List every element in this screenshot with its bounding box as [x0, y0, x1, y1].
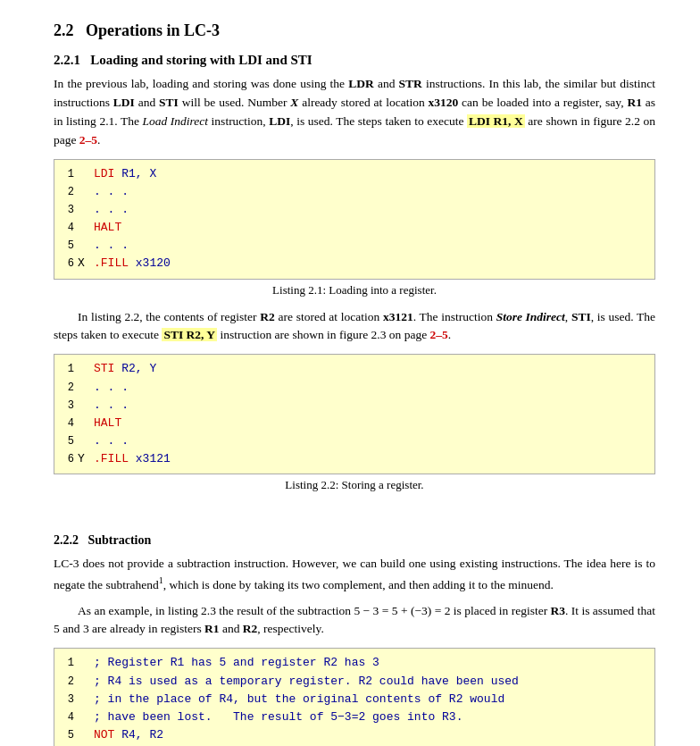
- ldi-kw: LDI: [94, 167, 114, 180]
- code-line-2-6: 6 Y .FILL x3121: [62, 450, 647, 468]
- R1-s2: R1: [204, 622, 220, 635]
- page-ref-2: 2–5: [430, 328, 448, 341]
- section-title: Operations in LC-3: [86, 21, 220, 39]
- store-indirect-text: Store Indirect: [496, 310, 565, 323]
- subsection-1-heading: 2.2.1 Loading and storing with LDI and S…: [54, 53, 655, 68]
- code-line-4: 4 HALT: [62, 219, 647, 237]
- code-line-6: 6 X .FILL x3120: [62, 255, 647, 272]
- LDI-text: LDI: [113, 96, 135, 109]
- subsection-1-title: Loading and storing with LDI and STI: [90, 53, 312, 67]
- listing-2-caption: Listing 2.2: Storing a register.: [54, 478, 655, 492]
- R1-text: R1: [627, 96, 642, 109]
- listing-1-caption: Listing 2.1: Loading into a register.: [54, 283, 655, 298]
- code-line-1: 1 LDI R1, X: [62, 165, 647, 183]
- sti-highlight: STI R2, Y: [162, 328, 217, 341]
- code-line-3: 3 . . .: [62, 201, 647, 219]
- R2-s2: R2: [243, 622, 258, 635]
- R3-text: R3: [551, 604, 566, 617]
- footnote-1: 1: [159, 575, 163, 585]
- listing-1-code: 1 LDI R1, X 2 . . . 3 . . . 4 HALT 5 . .…: [54, 159, 655, 280]
- code-line-5: 5 . . .: [62, 237, 647, 255]
- STI-text: STI: [159, 96, 179, 109]
- code-line-3-4: 4 ; have been lost. The result of 5−3=2 …: [62, 708, 647, 726]
- LDI-text-2: LDI: [269, 114, 290, 128]
- fill-kw-1: .FILL: [94, 256, 129, 270]
- LDR-text: LDR: [348, 77, 374, 90]
- sti-kw: STI: [94, 362, 114, 375]
- code-line-3-3: 3 ; in the place of R4, but the original…: [62, 691, 647, 708]
- halt-kw-2: HALT: [94, 416, 121, 430]
- section-heading: 2.2 Operations in LC-3: [54, 21, 655, 40]
- code-line-2-2: 2 . . .: [62, 379, 647, 397]
- load-indirect-text: Load Indirect: [143, 114, 209, 128]
- subsection-2-title: Subtraction: [88, 533, 152, 547]
- section-number: 2.2: [54, 21, 74, 39]
- halt-kw-1: HALT: [94, 221, 121, 234]
- x3121-text: x3121: [383, 310, 413, 323]
- code-line-2-4: 4 HALT: [62, 415, 647, 432]
- subsection-2-number: 2.2.2: [54, 533, 79, 547]
- fill-kw-2: .FILL: [94, 452, 129, 465]
- code-line-3-1: 1 ; Register R1 has 5 and register R2 ha…: [62, 654, 647, 672]
- STI-p2: STI: [571, 310, 591, 323]
- code-line-3-2: 2 ; R4 is used as a temporary register. …: [62, 673, 647, 691]
- subsection-2-para-2: As an example, in listing 2.3 the result…: [54, 602, 655, 640]
- not-kw: NOT: [94, 728, 114, 742]
- subsection-1-number: 2.2.1: [54, 53, 80, 67]
- listing-2-code: 1 STI R2, Y 2 . . . 3 . . . 4 HALT 5 . .…: [54, 354, 655, 474]
- page-ref-1: 2–5: [79, 133, 97, 147]
- STR-text: STR: [399, 77, 422, 90]
- code-line-2-5: 5 . . .: [62, 432, 647, 450]
- subsection-1-para-2: In listing 2.2, the contents of register…: [54, 308, 655, 346]
- R2-p2: R2: [260, 310, 275, 323]
- code-line-2-1: 1 STI R2, Y: [62, 360, 647, 378]
- ldi-highlight: LDI R1, X: [467, 114, 525, 128]
- code-line-2: 2 . . .: [62, 183, 647, 201]
- listing-3-code: 1 ; Register R1 has 5 and register R2 ha…: [54, 648, 655, 746]
- subsection-2-heading: 2.2.2 Subtraction: [54, 533, 655, 548]
- subsection-2-para-1: LC-3 does not provide a subtraction inst…: [54, 555, 655, 594]
- code-line-3-5: 5 NOT R4, R2: [62, 726, 647, 744]
- x3120-text: x3120: [429, 96, 459, 109]
- X-text: X: [290, 96, 298, 109]
- subsection-1-para-1: In the previous lab, loading and storing…: [54, 75, 655, 150]
- code-line-2-3: 3 . . .: [62, 397, 647, 415]
